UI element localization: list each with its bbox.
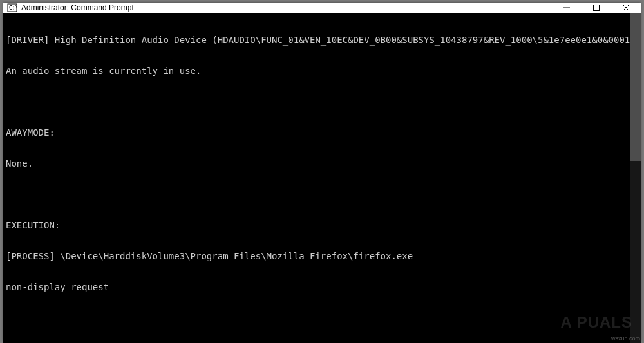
output-line: An audio stream is currently in use. (6, 66, 628, 76)
output-line: EXECUTION: (6, 220, 628, 230)
output-line: AWAYMODE: (6, 127, 628, 138)
cmd-icon: C:\ (7, 3, 17, 13)
terminal-output[interactable]: [DRIVER] High Definition Audio Device (H… (3, 13, 630, 343)
titlebar[interactable]: C:\ Administrator: Command Prompt (3, 3, 641, 13)
output-line (6, 189, 628, 199)
scrollbar[interactable] (630, 13, 641, 343)
terminal-area: [DRIVER] High Definition Audio Device (H… (3, 13, 641, 343)
minimize-button[interactable] (552, 3, 582, 13)
output-line: [DRIVER] High Definition Audio Device (H… (6, 35, 628, 45)
svg-text:C:\: C:\ (9, 5, 17, 11)
maximize-button[interactable] (582, 3, 611, 13)
output-line: [PROCESS] \Device\HarddiskVolume3\Progra… (6, 251, 628, 261)
close-button[interactable] (611, 3, 641, 13)
scrollbar-thumb[interactable] (630, 13, 641, 161)
command-prompt-window: C:\ Administrator: Command Prompt [DRIVE… (3, 3, 641, 340)
output-line (6, 313, 628, 323)
svg-rect-3 (594, 5, 600, 11)
output-line (6, 97, 628, 107)
window-title: Administrator: Command Prompt (21, 3, 552, 12)
output-line: non-display request (6, 282, 628, 292)
window-controls (552, 3, 641, 13)
output-line: None. (6, 158, 628, 169)
